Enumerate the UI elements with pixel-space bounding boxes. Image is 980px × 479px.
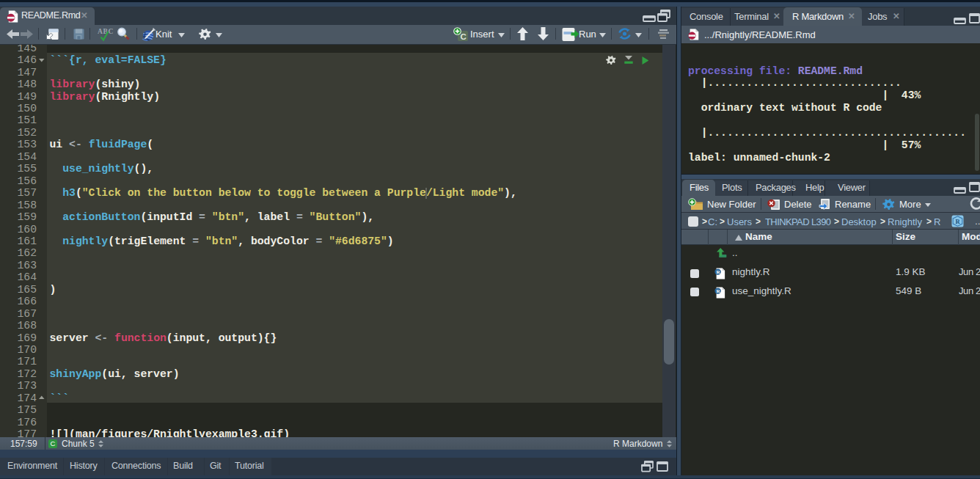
svg-text:C: C (461, 32, 467, 41)
svg-text:ABC: ABC (98, 28, 114, 35)
svg-text:R: R (716, 288, 720, 294)
svg-text:R: R (956, 218, 961, 225)
svg-text:R: R (716, 269, 720, 275)
